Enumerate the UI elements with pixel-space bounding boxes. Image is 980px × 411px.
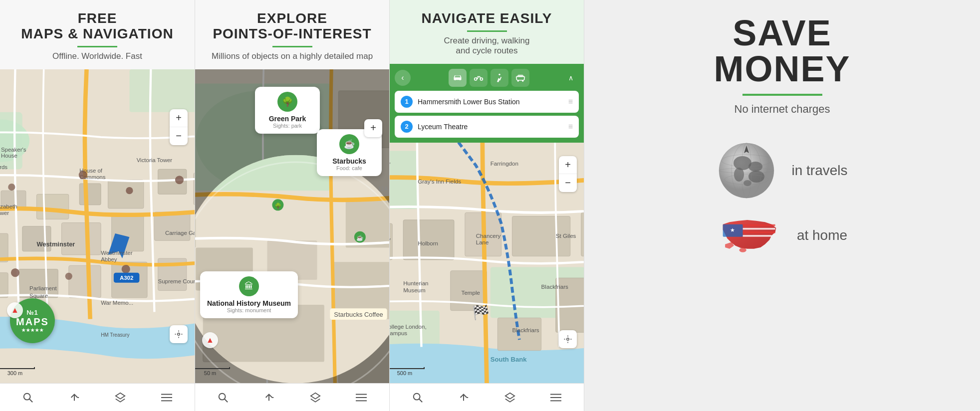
badge-maps-text: MAPS bbox=[16, 316, 49, 328]
poi-museum-type: Sights: monument bbox=[227, 307, 271, 313]
svg-text:St Giles: St Giles bbox=[556, 232, 576, 239]
svg-text:House of Lords: House of Lords bbox=[0, 164, 7, 170]
zoom-controls3: + − bbox=[559, 156, 577, 192]
waypoint-1-text: Hammersmith Lower Bus Station bbox=[418, 98, 563, 106]
panel-explore-poi: EXPLOREPOINTS-OF-INTEREST Millions of ob… bbox=[195, 0, 389, 411]
search-button3[interactable] bbox=[407, 387, 429, 409]
layers-button2[interactable] bbox=[304, 387, 326, 409]
svg-text:Victoria Tower: Victoria Tower bbox=[137, 157, 173, 163]
scale-label: 300 m bbox=[7, 370, 23, 376]
menu-button3[interactable] bbox=[545, 387, 567, 409]
panel-save-money: SAVE MONEY No internet charges bbox=[584, 0, 980, 411]
svg-rect-186 bbox=[743, 235, 772, 237]
badge-stars: ★★★★★ bbox=[21, 328, 44, 333]
svg-point-45 bbox=[11, 268, 19, 277]
svg-line-161 bbox=[419, 399, 422, 402]
svg-point-187 bbox=[739, 248, 746, 252]
transport-car[interactable] bbox=[449, 69, 467, 87]
transport-walk[interactable] bbox=[490, 69, 508, 87]
directions-button[interactable] bbox=[63, 387, 85, 409]
green-divider3 bbox=[467, 30, 507, 32]
transport-modes bbox=[415, 69, 563, 87]
panel3-subtitle: Create driving, walkingand cycle routes bbox=[400, 36, 574, 56]
layers-button3[interactable] bbox=[499, 387, 521, 409]
zoom-out-button3[interactable]: − bbox=[559, 174, 577, 192]
svg-point-51 bbox=[24, 393, 30, 400]
svg-text:Farringdon: Farringdon bbox=[490, 160, 518, 166]
svg-rect-17 bbox=[0, 272, 8, 297]
svg-text:Bloomsbury: Bloomsbury bbox=[390, 160, 390, 166]
compass-button[interactable]: ▲ bbox=[7, 302, 23, 318]
poi-card-museum[interactable]: 🏛 National History Museum Sights: monume… bbox=[200, 271, 298, 318]
zoom-in-button[interactable]: + bbox=[170, 109, 188, 127]
waypoint-2[interactable]: 2 Lyceum Theatre ≡ bbox=[395, 116, 579, 138]
zoom-out-button[interactable]: − bbox=[170, 127, 188, 145]
svg-text:Gray's Inn Fields: Gray's Inn Fields bbox=[418, 178, 461, 185]
poi-starbucks-type: Food: cafe bbox=[336, 165, 362, 171]
svg-text:★: ★ bbox=[730, 227, 735, 233]
zoom-controls: + − bbox=[170, 109, 188, 145]
svg-rect-3 bbox=[129, 69, 195, 112]
svg-point-173 bbox=[743, 180, 751, 186]
save-subtitle: No internet charges bbox=[735, 103, 830, 116]
nav-collapse-button[interactable]: ∧ bbox=[563, 70, 579, 86]
menu-button2[interactable] bbox=[350, 387, 372, 409]
search-button2[interactable] bbox=[212, 387, 234, 409]
home-row: ★ at home bbox=[717, 215, 847, 255]
layers-button[interactable] bbox=[109, 387, 131, 409]
globe-icon bbox=[717, 141, 776, 201]
svg-line-52 bbox=[29, 399, 32, 402]
svg-point-172 bbox=[748, 171, 764, 183]
directions-button3[interactable] bbox=[453, 387, 475, 409]
panel3-title: NAVIGATE EASILY bbox=[400, 11, 574, 26]
svg-text:House: House bbox=[1, 153, 17, 159]
svg-rect-19 bbox=[69, 265, 101, 297]
menu-button[interactable] bbox=[156, 387, 178, 409]
directions-button2[interactable] bbox=[258, 387, 280, 409]
svg-text:Chancery: Chancery bbox=[476, 232, 501, 239]
zoom-in-button3[interactable]: + bbox=[559, 156, 577, 174]
waypoint-2-menu[interactable]: ≡ bbox=[568, 122, 573, 131]
waypoints-list: 1 Hammersmith Lower Bus Station ≡ 2 Lyce… bbox=[395, 91, 579, 138]
svg-line-101 bbox=[225, 399, 228, 402]
transport-taxi[interactable] bbox=[511, 69, 529, 87]
scale-bar2: 50 m bbox=[195, 367, 230, 376]
svg-rect-115 bbox=[517, 75, 523, 77]
home-label: at home bbox=[797, 227, 847, 243]
svg-text:HM Treasury: HM Treasury bbox=[101, 332, 129, 338]
nav-back-button[interactable]: ‹ bbox=[395, 70, 411, 86]
panel1-subtitle: Offline. Worldwide. Fast bbox=[10, 51, 185, 61]
waypoint-1[interactable]: 1 Hammersmith Lower Bus Station ≡ bbox=[395, 91, 579, 113]
compass2[interactable]: ▲ bbox=[202, 332, 218, 348]
scale-bar: 300 m bbox=[0, 367, 35, 376]
svg-text:Tower: Tower bbox=[0, 209, 9, 215]
svg-point-108 bbox=[455, 78, 457, 80]
svg-text:Abbey: Abbey bbox=[101, 256, 117, 262]
transport-bike[interactable] bbox=[470, 69, 488, 87]
svg-rect-81 bbox=[346, 198, 389, 247]
svg-text:Blackfriars: Blackfriars bbox=[512, 327, 539, 333]
svg-text:11A: 11A bbox=[378, 186, 388, 192]
location-button[interactable] bbox=[170, 325, 188, 343]
search-button[interactable] bbox=[17, 387, 39, 409]
poi-greenpark-name: Green Park bbox=[269, 115, 306, 123]
panel4-content: SAVE MONEY No internet charges bbox=[584, 0, 980, 411]
location-button3[interactable] bbox=[559, 330, 577, 348]
save-line1: SAVE bbox=[733, 13, 832, 53]
poi-starbucks-name: Starbucks bbox=[332, 157, 366, 165]
waypoint-2-text: Lyceum Theatre bbox=[418, 123, 563, 131]
poi-card-greenpark[interactable]: 🌳 Green Park Sights: park bbox=[255, 87, 320, 134]
zoom-in-button2[interactable]: + bbox=[364, 119, 382, 137]
title-line2: MAPS & NAVIGATION bbox=[21, 26, 173, 41]
svg-rect-183 bbox=[743, 224, 775, 226]
svg-rect-15 bbox=[154, 212, 190, 240]
save-line2: MONEY bbox=[714, 49, 850, 89]
svg-point-44 bbox=[175, 176, 184, 184]
waypoint-1-menu[interactable]: ≡ bbox=[568, 97, 573, 106]
poi-greenpark-icon: 🌳 bbox=[277, 92, 297, 112]
poi-museum-icon: 🏛 bbox=[239, 276, 259, 296]
poi-greenpark-type: Sights: park bbox=[273, 123, 302, 129]
panel1-header: FREE MAPS & NAVIGATION Offline. Worldwid… bbox=[0, 0, 195, 69]
panel2-toolbar bbox=[195, 383, 389, 411]
green-divider2 bbox=[272, 46, 312, 47]
